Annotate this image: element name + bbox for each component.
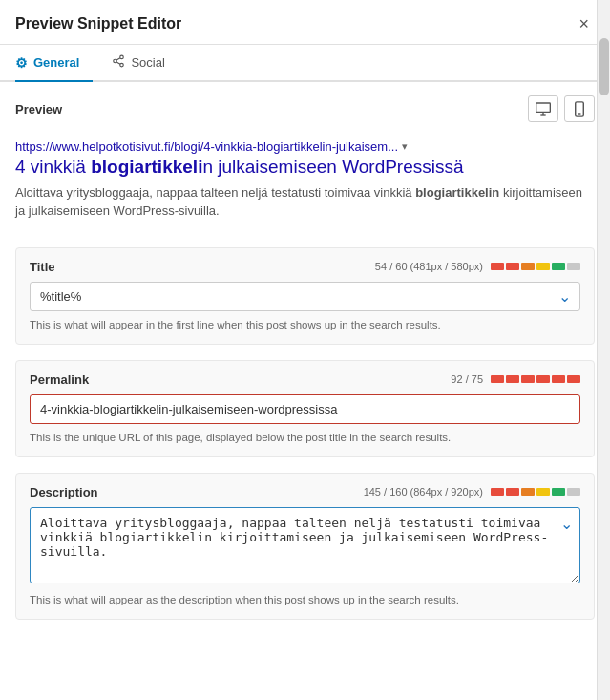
description-textarea[interactable]: Aloittava yritysbloggaaja, nappaa taltee… [30,507,580,583]
url-dropdown-arrow[interactable]: ▾ [402,140,408,153]
permalink-progress-bar [491,375,580,383]
pseg3 [521,375,535,383]
tab-general-label: General [33,55,79,70]
seg5 [552,263,565,270]
seg4 [536,263,550,270]
dseg6 [567,488,580,496]
description-char-count: 145 / 160 (864px / 920px) [364,486,483,498]
view-toggle [528,95,595,122]
mobile-view-button[interactable] [564,95,595,122]
gear-icon: ⚙ [15,55,28,71]
tab-social-label: Social [131,55,164,70]
tab-social[interactable]: Social [112,45,178,82]
description-input-wrapper: Aloittava yritysbloggaaja, nappaa taltee… [30,507,580,586]
dseg1 [491,488,504,496]
preview-section: Preview https://www.helpotkotisivut.fi/b… [0,82,610,247]
description-progress-bar [491,488,580,496]
google-preview: https://www.helpotkotisivut.fi/blogi/4-v… [15,132,595,234]
pseg1 [491,375,504,383]
description-field-meta: 145 / 160 (864px / 920px) [364,486,580,498]
tab-general[interactable]: ⚙ General [15,45,93,82]
pseg5 [552,375,565,383]
share-icon [112,54,125,71]
title-field-section: Title 54 / 60 (481px / 580px) %title% ⌄ … [15,247,595,345]
svg-point-0 [120,55,124,59]
preview-url-row: https://www.helpotkotisivut.fi/blogi/4-v… [15,139,595,154]
description-field-header: Description 145 / 160 (864px / 920px) [30,485,580,499]
pseg6 [567,375,580,383]
permalink-char-count: 92 / 75 [451,373,483,385]
pseg4 [536,375,550,383]
desktop-view-button[interactable] [528,95,558,122]
permalink-field-hint: This is the unique URL of this page, dis… [30,432,580,443]
permalink-field-section: Permalink 92 / 75 This is the unique URL… [15,360,595,457]
svg-line-4 [116,58,120,60]
title-input[interactable]: %title% [30,282,580,311]
close-button[interactable]: × [573,13,595,34]
preview-url-link[interactable]: https://www.helpotkotisivut.fi/blogi/4-v… [15,139,398,154]
description-field-section: Description 145 / 160 (864px / 920px) Al… [15,473,595,620]
dseg2 [506,488,519,496]
dseg3 [521,488,535,496]
seg2 [506,263,519,270]
title-field-label: Title [30,260,55,274]
dialog-title: Preview Snippet Editor [15,15,181,32]
dseg4 [536,488,550,496]
preview-label: Preview [15,95,595,122]
title-field-header: Title 54 / 60 (481px / 580px) [30,260,580,274]
title-char-count: 54 / 60 (481px / 580px) [375,261,483,272]
scrollbar-thumb[interactable] [599,38,609,95]
preview-title: 4 vinkkiä blogiartikkelin julkaisemiseen… [15,156,595,180]
description-field-label: Description [30,485,98,499]
seg6 [567,263,580,270]
permalink-field-meta: 92 / 75 [451,373,580,385]
permalink-field-header: Permalink 92 / 75 [30,372,580,387]
scrollbar[interactable] [597,0,610,700]
desktop-icon [536,102,551,116]
permalink-input[interactable] [30,394,580,424]
description-dropdown-arrow[interactable]: ⌄ [560,515,573,533]
title-field-hint: This is what will appear in the first li… [30,319,580,330]
seg3 [521,263,535,270]
dseg5 [552,488,565,496]
mobile-icon [575,101,584,117]
description-field-hint: This is what will appear as the descript… [30,594,580,605]
seg1 [491,263,504,270]
dialog-header: Preview Snippet Editor × [0,0,610,45]
svg-point-1 [114,59,117,63]
pseg2 [506,375,519,383]
svg-line-3 [116,62,120,64]
title-field-meta: 54 / 60 (481px / 580px) [375,261,580,272]
svg-rect-5 [536,103,551,112]
tabs-bar: ⚙ General Social [0,45,610,82]
title-input-wrapper: %title% ⌄ [30,282,580,311]
svg-point-2 [120,63,124,67]
permalink-field-label: Permalink [30,372,89,387]
title-progress-bar [491,263,580,270]
preview-description: Aloittava yritysbloggaaja, nappaa taltee… [15,183,595,221]
